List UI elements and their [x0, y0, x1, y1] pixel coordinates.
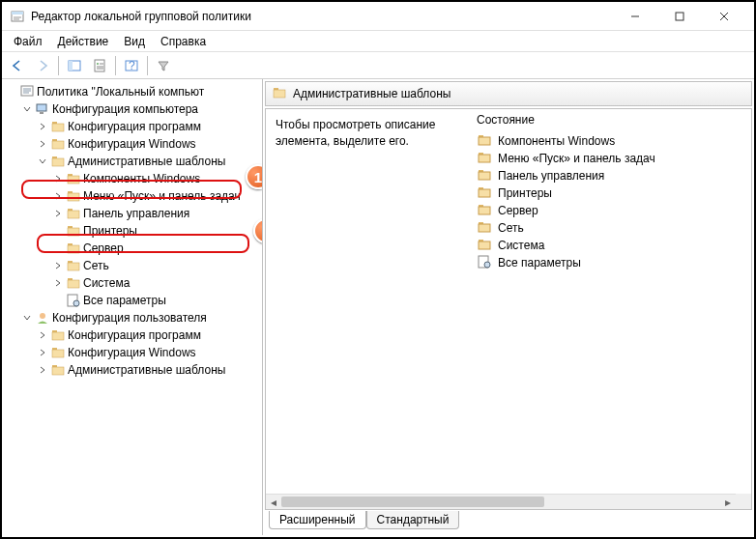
chevron-right-icon[interactable] — [52, 208, 64, 219]
list-item[interactable]: Компоненты Windows — [477, 132, 743, 150]
help-button[interactable]: ? — [120, 54, 143, 77]
folder-icon — [66, 206, 81, 221]
tab-standard[interactable]: Стандартный — [366, 511, 460, 529]
main-area: Политика "Локальный компьют Конфигурация… — [2, 79, 754, 535]
chevron-right-icon[interactable] — [37, 347, 48, 358]
menu-action[interactable]: Действие — [50, 33, 117, 50]
chevron-down-icon[interactable] — [21, 312, 33, 324]
tree-item-printers[interactable]: Принтеры — [52, 222, 260, 240]
scroll-right-icon[interactable]: ▸ — [720, 495, 736, 510]
chevron-right-icon[interactable] — [37, 121, 48, 132]
tree-item-software-settings[interactable]: Конфигурация программ — [37, 118, 260, 135]
forward-button[interactable] — [31, 54, 54, 77]
item-label: Система — [498, 239, 544, 252]
svg-rect-53 — [274, 90, 285, 98]
list-item[interactable]: Сервер — [477, 202, 743, 219]
svg-rect-49 — [52, 350, 64, 357]
item-label: Сеть — [498, 221, 524, 235]
policy-icon — [19, 84, 35, 99]
details-pane: Административные шаблоны Чтобы просмотре… — [263, 79, 754, 535]
svg-point-45 — [40, 313, 45, 319]
chevron-right-icon[interactable] — [37, 138, 48, 150]
svg-rect-40 — [68, 263, 79, 270]
details-title: Административные шаблоны — [293, 87, 451, 100]
chevron-down-icon[interactable] — [21, 103, 33, 115]
tree-computer-config[interactable]: Конфигурация компьютера — [21, 100, 260, 118]
chevron-right-icon[interactable] — [52, 277, 64, 289]
chevron-right-icon[interactable] — [52, 190, 64, 202]
list-item[interactable]: Принтеры — [477, 184, 743, 202]
tree-label: Административные шаблоны — [68, 155, 225, 168]
maximize-button[interactable] — [657, 2, 702, 31]
tree-label: Конфигурация компьютера — [52, 102, 198, 116]
tree-item-user-windows[interactable]: Конфигурация Windows — [37, 344, 260, 361]
folder-icon — [50, 154, 66, 169]
tree-root[interactable]: Политика "Локальный компьют — [6, 83, 260, 100]
svg-rect-67 — [479, 241, 490, 249]
menu-file[interactable]: Файл — [6, 33, 50, 50]
user-icon — [35, 310, 50, 326]
menu-view[interactable]: Вид — [116, 33, 153, 50]
item-label: Меню «Пуск» и панель задач — [498, 152, 655, 165]
tree-label: Конфигурация программ — [68, 328, 201, 342]
tree-item-windows-settings[interactable]: Конфигурация Windows — [37, 135, 260, 153]
window-title: Редактор локальной групповой политики — [31, 10, 613, 23]
tree-item-control-panel[interactable]: Панель управления — [52, 205, 260, 222]
tab-extended[interactable]: Расширенный — [269, 511, 366, 529]
tree-item-windows-components[interactable]: Компоненты Windows — [52, 170, 260, 187]
svg-text:?: ? — [129, 59, 135, 72]
tree-user-config[interactable]: Конфигурация пользователя — [21, 309, 260, 326]
minimize-button[interactable] — [613, 2, 657, 31]
tree-item-user-software[interactable]: Конфигурация программ — [37, 326, 260, 344]
settings-list-icon — [477, 254, 492, 272]
details-header: Административные шаблоны — [265, 81, 752, 106]
tree-item-all-settings[interactable]: Все параметры — [52, 292, 260, 309]
svg-rect-51 — [52, 367, 64, 375]
tree-label: Сеть — [83, 259, 109, 272]
filter-button[interactable] — [152, 54, 175, 77]
tree-label: Меню «Пуск» и панель задач — [83, 189, 241, 203]
list-item[interactable]: Сеть — [477, 219, 743, 237]
svg-rect-32 — [68, 193, 79, 201]
menu-help[interactable]: Справка — [153, 33, 214, 50]
list-item[interactable]: Меню «Пуск» и панель задач — [477, 150, 743, 167]
tree-pane: Политика "Локальный компьют Конфигурация… — [2, 79, 263, 535]
list-item[interactable]: Все параметры — [477, 254, 743, 271]
tree-item-system[interactable]: Система — [52, 274, 260, 292]
properties-button[interactable] — [88, 54, 111, 77]
svg-rect-57 — [479, 155, 490, 162]
folder-icon — [50, 327, 66, 343]
folder-icon — [50, 136, 66, 152]
svg-rect-61 — [479, 189, 490, 197]
folder-icon — [477, 167, 492, 185]
tree-item-network[interactable]: Сеть — [52, 257, 260, 274]
tree-item-admin-templates[interactable]: Административные шаблоны — [37, 153, 260, 170]
scroll-left-icon[interactable]: ◂ — [266, 495, 281, 510]
chevron-right-icon[interactable] — [37, 364, 48, 376]
chevron-right-icon[interactable] — [52, 260, 64, 271]
folder-icon — [50, 119, 66, 134]
list-item[interactable]: Система — [477, 237, 743, 254]
tree-item-start-menu[interactable]: Меню «Пуск» и панель задач — [52, 187, 260, 205]
chevron-right-icon[interactable] — [37, 329, 48, 341]
scrollbar-thumb[interactable] — [281, 496, 544, 507]
svg-rect-36 — [68, 228, 79, 236]
tree-label: Административные шаблоны — [68, 363, 225, 377]
back-button[interactable] — [6, 54, 29, 77]
svg-rect-34 — [68, 211, 79, 218]
tree-item-user-admin[interactable]: Административные шаблоны — [37, 361, 260, 379]
tree-label: Конфигурация программ — [68, 120, 201, 133]
tree-item-server[interactable]: Сервер — [52, 240, 260, 257]
svg-rect-42 — [68, 280, 79, 288]
show-hide-tree-button[interactable] — [63, 54, 86, 77]
list-item[interactable]: Панель управления — [477, 167, 743, 184]
chevron-down-icon[interactable] — [37, 156, 48, 167]
item-label: Панель управления — [498, 169, 604, 183]
chevron-right-icon[interactable] — [52, 173, 64, 184]
computer-icon — [35, 101, 50, 117]
separator — [115, 56, 116, 75]
horizontal-scrollbar[interactable]: ◂ ▸ — [266, 494, 736, 509]
close-button[interactable] — [702, 2, 746, 31]
column-header-state[interactable]: Состояние — [477, 113, 743, 127]
svg-rect-22 — [40, 112, 44, 114]
